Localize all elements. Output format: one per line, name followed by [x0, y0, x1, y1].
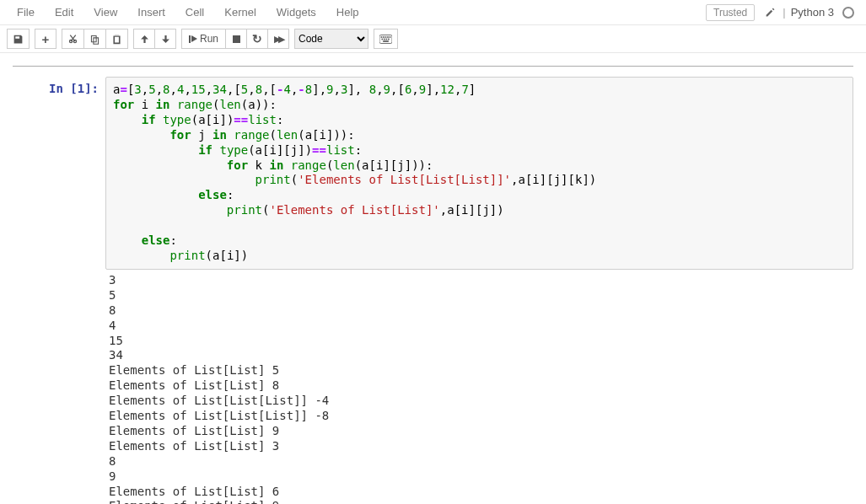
move-up-button[interactable]: [133, 29, 155, 49]
menu-view[interactable]: View: [83, 2, 127, 23]
output-prompt: [13, 273, 105, 504]
run-button[interactable]: Run: [181, 29, 226, 49]
svg-rect-3: [385, 36, 387, 38]
svg-rect-7: [384, 38, 385, 40]
svg-rect-6: [382, 38, 384, 40]
svg-rect-5: [390, 36, 391, 38]
trusted-indicator[interactable]: Trusted: [706, 4, 755, 21]
input-prompt: In [1]:: [13, 77, 105, 270]
fast-forward-icon: ▶▶: [274, 34, 282, 45]
output-cell: 3 5 8 4 15 34 Elements of List[List] 5 E…: [13, 273, 853, 504]
menu-cell[interactable]: Cell: [175, 2, 214, 23]
save-button[interactable]: [7, 29, 30, 49]
menu-kernel[interactable]: Kernel: [214, 2, 266, 23]
kernel-idle-icon[interactable]: [842, 7, 854, 19]
move-down-button[interactable]: [154, 29, 176, 49]
kernel-name[interactable]: Python 3: [788, 6, 837, 19]
restart-button[interactable]: ↻: [246, 29, 268, 49]
code-cell[interactable]: In [1]: a=[3,5,8,4,15,34,[5,8,[-4,-8],9,…: [13, 77, 853, 270]
svg-rect-9: [388, 38, 390, 40]
menu-file[interactable]: File: [7, 2, 45, 23]
svg-rect-2: [383, 36, 385, 38]
paste-button[interactable]: [105, 29, 128, 49]
restart-run-all-button[interactable]: ▶▶: [267, 29, 289, 49]
cell-type-select[interactable]: Code: [294, 29, 368, 49]
svg-rect-4: [387, 36, 389, 38]
add-cell-button[interactable]: +: [35, 29, 56, 49]
menu-edit[interactable]: Edit: [45, 2, 83, 23]
output-text: 3 5 8 4 15 34 Elements of List[List] 5 E…: [105, 273, 853, 504]
svg-rect-1: [381, 36, 383, 38]
svg-rect-8: [386, 38, 388, 40]
play-icon: [191, 35, 197, 42]
restart-icon: ↻: [252, 32, 262, 46]
cut-button[interactable]: [62, 29, 84, 49]
pencil-icon[interactable]: [765, 7, 776, 18]
copy-button[interactable]: [83, 29, 106, 49]
menubar: File Edit View Insert Cell Kernel Widget…: [0, 0, 866, 25]
toolbar: + Run ↻ ▶▶ Code: [0, 25, 866, 53]
stop-icon: [233, 35, 240, 43]
menu-widgets[interactable]: Widgets: [266, 2, 326, 23]
stop-button[interactable]: [225, 29, 247, 49]
separator: |: [783, 6, 785, 19]
menu-help[interactable]: Help: [326, 2, 369, 23]
menu-insert[interactable]: Insert: [127, 2, 175, 23]
code-input[interactable]: a=[3,5,8,4,15,34,[5,8,[-4,-8],9,3], 8,9,…: [105, 77, 853, 270]
command-palette-button[interactable]: [374, 29, 398, 49]
svg-rect-10: [383, 40, 389, 42]
